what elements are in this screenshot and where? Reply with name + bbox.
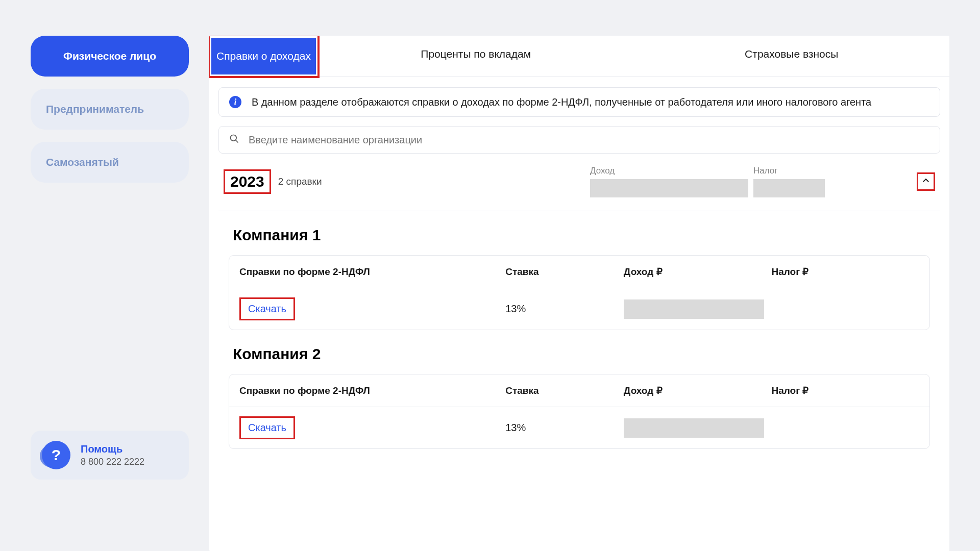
year-label: 2023 <box>224 169 271 194</box>
sidebar-item-individual[interactable]: Физическое лицо <box>31 36 189 77</box>
income-redacted <box>624 299 764 319</box>
tax-header: Налог <box>753 166 825 176</box>
sidebar-item-label: Физическое лицо <box>63 50 156 62</box>
info-text: В данном разделе отображаются справки о … <box>252 96 871 108</box>
tab-deposit-interest[interactable]: Проценты по вкладам <box>318 36 634 77</box>
th-tax: Налог ₽ <box>771 385 919 396</box>
tab-label: Проценты по вкладам <box>421 48 531 60</box>
info-banner: i В данном разделе отображаются справки … <box>218 87 940 117</box>
company-block: Компания 2 Справки по форме 2-НДФЛ Ставк… <box>218 345 940 449</box>
tab-label: Справки о доходах <box>216 50 311 62</box>
company-name: Компания 2 <box>233 345 930 363</box>
download-button[interactable]: Скачать <box>239 416 295 439</box>
company-name: Компания 1 <box>233 227 930 244</box>
certificate-table: Справки по форме 2-НДФЛ Ставка Доход ₽ Н… <box>229 255 930 330</box>
year-count: 2 справки <box>278 176 322 187</box>
help-card[interactable]: ? Помощь 8 800 222 2222 <box>31 431 189 480</box>
sidebar-item-selfemployed[interactable]: Самозанятый <box>31 142 189 183</box>
sidebar-item-label: Предприниматель <box>46 103 144 115</box>
help-title: Помощь <box>81 443 144 455</box>
table-row: Скачать 13% <box>229 407 929 448</box>
sidebar-item-entrepreneur[interactable]: Предприниматель <box>31 89 189 130</box>
search-bar[interactable] <box>218 126 940 154</box>
th-rate: Ставка <box>505 385 624 396</box>
svg-point-0 <box>231 135 237 141</box>
search-input[interactable] <box>249 134 929 146</box>
th-rate: Ставка <box>505 266 624 278</box>
th-tax: Налог ₽ <box>771 266 919 278</box>
th-cert: Справки по форме 2-НДФЛ <box>239 385 505 396</box>
th-income: Доход ₽ <box>624 385 772 396</box>
main-panel: Справки о доходах Проценты по вкладам Ст… <box>209 36 949 551</box>
tabs: Справки о доходах Проценты по вкладам Ст… <box>209 36 949 77</box>
company-block: Компания 1 Справки по форме 2-НДФЛ Ставк… <box>218 227 940 330</box>
tax-redacted <box>753 179 825 197</box>
th-cert: Справки по форме 2-НДФЛ <box>239 266 505 278</box>
rate-value: 13% <box>505 422 624 434</box>
table-row: Скачать 13% <box>229 288 929 330</box>
sidebar: Физическое лицо Предприниматель Самозаня… <box>31 36 189 551</box>
certificate-table: Справки по форме 2-НДФЛ Ставка Доход ₽ Н… <box>229 374 930 449</box>
tab-insurance[interactable]: Страховые взносы <box>633 36 949 77</box>
sidebar-item-label: Самозанятый <box>46 156 119 168</box>
help-phone: 8 800 222 2222 <box>81 457 144 467</box>
income-redacted <box>624 418 764 438</box>
tab-label: Страховые взносы <box>745 48 838 60</box>
tab-income-certificates[interactable]: Справки о доходах <box>211 38 316 74</box>
rate-value: 13% <box>505 303 624 315</box>
th-income: Доход ₽ <box>624 266 772 278</box>
income-header: Доход <box>590 166 748 176</box>
year-summary: 2023 2 справки Доход Налог <box>218 166 940 211</box>
search-icon <box>229 134 239 146</box>
download-button[interactable]: Скачать <box>239 297 295 320</box>
svg-line-1 <box>236 140 238 143</box>
chevron-up-icon <box>921 176 930 187</box>
collapse-toggle[interactable] <box>917 172 935 191</box>
help-icon: ? <box>42 441 70 469</box>
income-redacted <box>590 179 748 197</box>
info-icon: i <box>229 96 241 108</box>
